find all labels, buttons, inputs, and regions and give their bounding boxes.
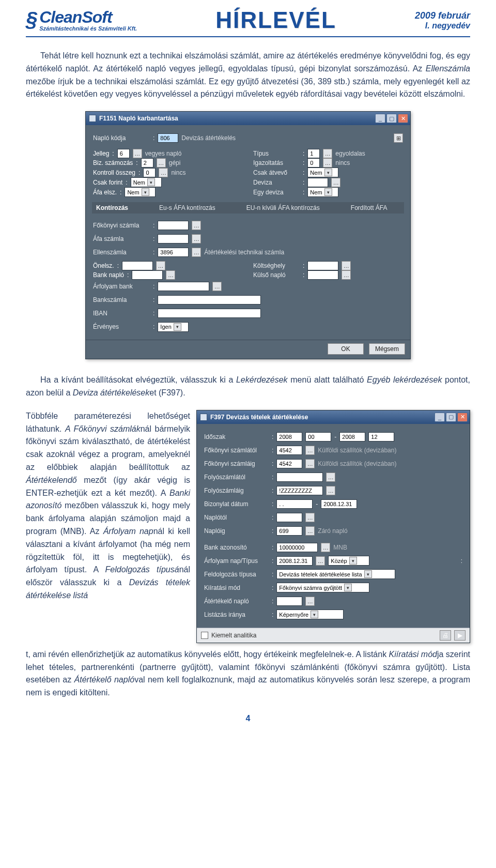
koltseghely-input[interactable]	[307, 261, 338, 270]
jelleg-desc: vegyes napló	[145, 150, 182, 157]
picker-icon[interactable]: …	[321, 543, 330, 552]
maximize-icon[interactable]: ▢	[386, 114, 397, 123]
lookup-icon[interactable]: ⊞	[394, 133, 403, 143]
kontroll-label: Kontroll összeg	[93, 169, 135, 176]
folyo-to-input[interactable]: !ZZZZZZZZZ	[276, 486, 323, 495]
picker-icon[interactable]: …	[159, 168, 168, 177]
cancel-button[interactable]: Mégsem	[369, 343, 405, 355]
arfolynap-tipus-select[interactable]: Közép▾	[328, 556, 369, 566]
feldolg-select[interactable]: Devizás tételek átértékelése lista▾	[276, 569, 395, 579]
picker-icon[interactable]: …	[326, 473, 335, 482]
picker-icon[interactable]: …	[157, 158, 166, 167]
close-icon[interactable]: ✕	[457, 413, 468, 422]
ervenyes-select[interactable]: Igen▾	[158, 322, 189, 332]
afaelsz-select[interactable]: Nem▾	[125, 187, 156, 197]
picker-icon[interactable]: …	[305, 446, 315, 455]
fokonyvi-label: Főkönyvi számla	[93, 222, 150, 229]
picker-icon[interactable]: …	[323, 149, 332, 158]
picker-icon[interactable]: …	[316, 556, 325, 566]
picker-icon[interactable]: …	[192, 234, 201, 243]
csakforint-select[interactable]: Nem▾	[131, 177, 162, 187]
chevron-down-icon: ▾	[311, 611, 318, 618]
deviza-input[interactable]	[307, 178, 328, 187]
naplo-kodja-desc: Devizás átértékelés	[181, 134, 236, 142]
bankaz-label: Bank azonosító	[204, 544, 269, 551]
print-icon[interactable]: 🖨	[440, 630, 451, 641]
picker-icon[interactable]: …	[305, 459, 315, 468]
picker-icon[interactable]: …	[326, 486, 335, 495]
dialog-devizas-atertekelese: F397 Devizás tételek átértékelése _ ▢ ✕ …	[196, 410, 470, 643]
igazoltatas-input[interactable]: 0	[307, 158, 320, 167]
ok-button[interactable]: OK	[328, 343, 364, 355]
picker-icon[interactable]: …	[212, 282, 222, 291]
naploig-input[interactable]: 699	[276, 526, 302, 536]
tab-forditott[interactable]: Fordított ÁFA	[351, 204, 388, 211]
picker-icon[interactable]: …	[331, 178, 340, 187]
kontroll-input[interactable]: 0	[143, 168, 156, 177]
ellenszamla-input[interactable]: 3896	[158, 248, 189, 257]
chevron-down-icon: ▾	[174, 323, 181, 331]
picker-icon[interactable]: …	[305, 526, 315, 536]
afa-szamla-input[interactable]	[158, 234, 189, 243]
tipus-desc: egyoldalas	[335, 150, 365, 157]
fksz-to-input[interactable]: 4542	[276, 459, 302, 468]
tab-kontirozas[interactable]: Kontírozás	[96, 204, 128, 211]
arfolynap-input[interactable]: 2008.12.31	[276, 556, 313, 566]
kulsonaplo-input[interactable]	[307, 270, 338, 280]
logo-block: § CleanSoft Számítástechnikai és Számvit…	[26, 9, 137, 32]
idoszak-to-year[interactable]: 2008	[339, 432, 365, 441]
naplotol-input[interactable]	[276, 513, 302, 522]
csakatvevo-select[interactable]: Nem▾	[307, 167, 338, 177]
titlebar[interactable]: F1151 Napló karbantartása _ ▢ ✕	[86, 112, 410, 125]
iban-input[interactable]	[158, 309, 261, 318]
fksz-from-input[interactable]: 4542	[276, 446, 302, 455]
picker-icon[interactable]: …	[323, 158, 332, 167]
arfolyambank-input[interactable]	[158, 282, 209, 291]
tab-eun-kivuli[interactable]: EU-n kívüli ÁFA kontírozás	[246, 204, 320, 211]
picker-icon[interactable]: …	[305, 513, 315, 522]
fksz-from-desc: Külföldi szállítók (devizában)	[318, 447, 396, 454]
idoszak-from-month[interactable]: 00	[305, 432, 331, 441]
jelleg-input[interactable]: 6	[117, 149, 130, 158]
egydeviza-select[interactable]: Nem▾	[307, 187, 338, 197]
kiir-select[interactable]: Főkönyvi számra gyűjtött▾	[276, 583, 369, 592]
picker-icon[interactable]: …	[192, 248, 201, 257]
minimize-icon[interactable]: _	[435, 413, 445, 422]
titlebar[interactable]: F397 Devizás tételek átértékelése _ ▢ ✕	[197, 410, 470, 424]
kiemelt-analitika-checkbox[interactable]: Kiemelt analitika	[201, 632, 256, 639]
onelsz-label: Önelsz.	[93, 262, 114, 269]
bankszamla-input[interactable]	[158, 295, 261, 304]
picker-icon[interactable]: …	[342, 270, 351, 280]
picker-icon[interactable]: …	[192, 221, 201, 230]
picker-icon[interactable]: …	[133, 149, 142, 158]
onelsz-input[interactable]	[122, 261, 153, 270]
tab-eus-afa[interactable]: Eu-s ÁFA kontírozás	[159, 204, 215, 211]
atert-input[interactable]	[276, 597, 302, 606]
bankaz-input[interactable]: 10000000	[276, 543, 318, 552]
close-icon[interactable]: ✕	[398, 114, 408, 123]
idoszak-from-year[interactable]: 2008	[276, 432, 302, 441]
bizszam-input[interactable]: 2	[141, 158, 153, 167]
banknaplo-input[interactable]	[132, 270, 163, 280]
run-icon[interactable]: ▶	[454, 630, 466, 641]
minimize-icon[interactable]: _	[375, 114, 385, 123]
fokonyvi-input[interactable]	[158, 221, 189, 230]
newsletter-title: HÍRLEVÉL	[215, 7, 336, 33]
naplo-kodja-input[interactable]: 806	[158, 133, 178, 143]
folyo-from-input[interactable]	[276, 473, 323, 482]
bizdatum-from-input[interactable]: . .	[276, 499, 313, 509]
chevron-down-icon: ▾	[324, 169, 332, 176]
bizdatum-to-input[interactable]: 2008.12.31	[321, 499, 357, 509]
list-select[interactable]: Képernyőre▾	[276, 610, 344, 619]
bizszam-desc: gépi	[169, 159, 181, 166]
chevron-down-icon: ▾	[349, 557, 357, 565]
tipus-input[interactable]: 1	[307, 149, 320, 158]
picker-icon[interactable]: …	[342, 261, 351, 270]
idoszak-to-month[interactable]: 12	[368, 432, 394, 441]
picker-icon[interactable]: …	[305, 597, 315, 606]
maximize-icon[interactable]: ▢	[446, 413, 456, 422]
window-title: F1151 Napló karbantartása	[99, 115, 178, 122]
picker-icon[interactable]: …	[166, 270, 175, 280]
chevron-down-icon: ▾	[324, 188, 332, 196]
picker-icon[interactable]: …	[156, 261, 165, 270]
